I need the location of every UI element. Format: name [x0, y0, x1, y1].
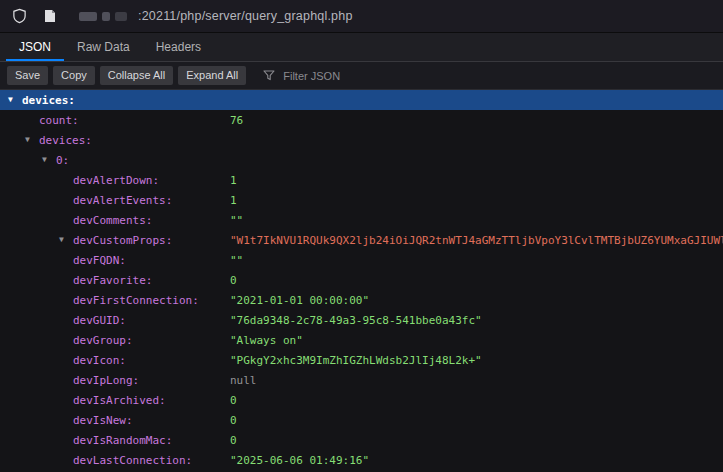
- redacted-host: [79, 12, 127, 21]
- tree-row[interactable]: devAlertDown:1: [0, 170, 723, 190]
- tab-json[interactable]: JSON: [6, 33, 64, 61]
- tree-row[interactable]: devIcon:"PGkgY2xhc3M9ImZhIGZhLWdsb2JlIj4…: [0, 350, 723, 370]
- json-value: 0: [230, 434, 237, 447]
- json-value: "PGkgY2xhc3M9ImZhIGZhLWdsb2JlIj48L2k+": [230, 354, 482, 367]
- viewer-toolbar: SaveCopyCollapse AllExpand All: [0, 62, 723, 90]
- json-value: "": [230, 254, 243, 267]
- tree-row[interactable]: devGroup:"Always on": [0, 330, 723, 350]
- json-value: 1: [230, 174, 237, 187]
- json-key: count:: [39, 114, 79, 127]
- copy-button[interactable]: Copy: [53, 66, 95, 85]
- redacted-block: [115, 12, 127, 21]
- tree-row[interactable]: ▼devices:: [0, 90, 723, 110]
- json-value: 0: [230, 394, 237, 407]
- json-value: 76: [230, 114, 243, 127]
- tree-row[interactable]: devIsRandomMac:0: [0, 430, 723, 450]
- json-key: devAlertEvents:: [73, 194, 172, 207]
- tree-row[interactable]: devGUID:"76da9348-2c78-49a3-95c8-541bbe0…: [0, 310, 723, 330]
- tree-row[interactable]: ▼devices:: [0, 130, 723, 150]
- tree-row[interactable]: devIsArchived:0: [0, 390, 723, 410]
- tab-headers[interactable]: Headers: [143, 33, 214, 61]
- redacted-block: [102, 12, 110, 21]
- tree-row[interactable]: devComments:"": [0, 210, 723, 230]
- filter-json-input[interactable]: [281, 69, 501, 83]
- json-key: devAlertDown:: [73, 174, 159, 187]
- tree-row[interactable]: devFavorite:0: [0, 270, 723, 290]
- collapse-all-button[interactable]: Collapse All: [100, 66, 173, 85]
- json-value: "W1t7IkNVU1RQUk9QX2ljb24iOiJQR2tnWTJ4aGM…: [230, 234, 723, 247]
- filter-area: [263, 67, 716, 85]
- filter-funnel-icon: [263, 67, 275, 85]
- tree-row[interactable]: devLastConnection:"2025-06-06 01:49:16": [0, 450, 723, 470]
- redacted-block: [79, 12, 97, 21]
- expander-icon[interactable]: ▼: [59, 230, 73, 250]
- tree-row[interactable]: count:76: [0, 110, 723, 130]
- page-icon[interactable]: [44, 9, 56, 23]
- tree-row[interactable]: devFirstConnection:"2021-01-01 00:00:00": [0, 290, 723, 310]
- tree-row[interactable]: devAlertEvents:1: [0, 190, 723, 210]
- json-key: devIsArchived:: [73, 394, 166, 407]
- json-value: null: [230, 374, 257, 387]
- json-key: devGroup:: [73, 334, 133, 347]
- json-key: devGUID:: [73, 314, 126, 327]
- expander-icon[interactable]: ▼: [25, 130, 39, 150]
- json-key: devices:: [22, 94, 75, 107]
- json-value: 0: [230, 414, 237, 427]
- json-key: devIcon:: [73, 354, 126, 367]
- tab-raw-data[interactable]: Raw Data: [64, 33, 143, 61]
- json-key: devFavorite:: [73, 274, 152, 287]
- json-value: "2025-06-06 01:49:16": [230, 454, 369, 467]
- json-key: devComments:: [73, 214, 152, 227]
- json-key: devFQDN:: [73, 254, 126, 267]
- json-value: 0: [230, 274, 237, 287]
- json-key: devIsNew:: [73, 414, 133, 427]
- expander-icon[interactable]: ▼: [8, 90, 22, 110]
- json-value: "Always on": [230, 334, 303, 347]
- json-key: 0:: [56, 154, 69, 167]
- tree-row[interactable]: ▼devCustomProps:"W1t7IkNVU1RQUk9QX2ljb24…: [0, 230, 723, 250]
- expander-icon[interactable]: ▼: [42, 150, 56, 170]
- url-text: :20211/php/server/query_graphql.php: [138, 9, 353, 23]
- json-value: 1: [230, 194, 237, 207]
- json-key: devIsRandomMac:: [73, 434, 172, 447]
- expand-all-button[interactable]: Expand All: [178, 66, 246, 85]
- json-key: devIpLong:: [73, 374, 139, 387]
- json-key: devFirstConnection:: [73, 294, 199, 307]
- shield-icon[interactable]: [12, 8, 27, 24]
- tree-row[interactable]: devFQDN:"": [0, 250, 723, 270]
- tree-row[interactable]: devIpLong:null: [0, 370, 723, 390]
- json-value: "76da9348-2c78-49a3-95c8-541bbe0a43fc": [230, 314, 482, 327]
- tree-row[interactable]: devIsNew:0: [0, 410, 723, 430]
- viewer-tabs: JSONRaw DataHeaders: [0, 33, 723, 62]
- json-value: "": [230, 214, 243, 227]
- toolbar-buttons: SaveCopyCollapse AllExpand All: [7, 66, 246, 85]
- json-tree: ▼devices:count:76▼devices:▼0:devAlertDow…: [0, 90, 723, 470]
- json-key: devices:: [39, 134, 92, 147]
- json-key: devLastConnection:: [73, 454, 192, 467]
- json-value: "2021-01-01 00:00:00": [230, 294, 369, 307]
- url-bar[interactable]: :20211/php/server/query_graphql.php: [0, 0, 723, 33]
- tree-row[interactable]: ▼0:: [0, 150, 723, 170]
- json-key: devCustomProps:: [73, 234, 172, 247]
- save-button[interactable]: Save: [7, 66, 48, 85]
